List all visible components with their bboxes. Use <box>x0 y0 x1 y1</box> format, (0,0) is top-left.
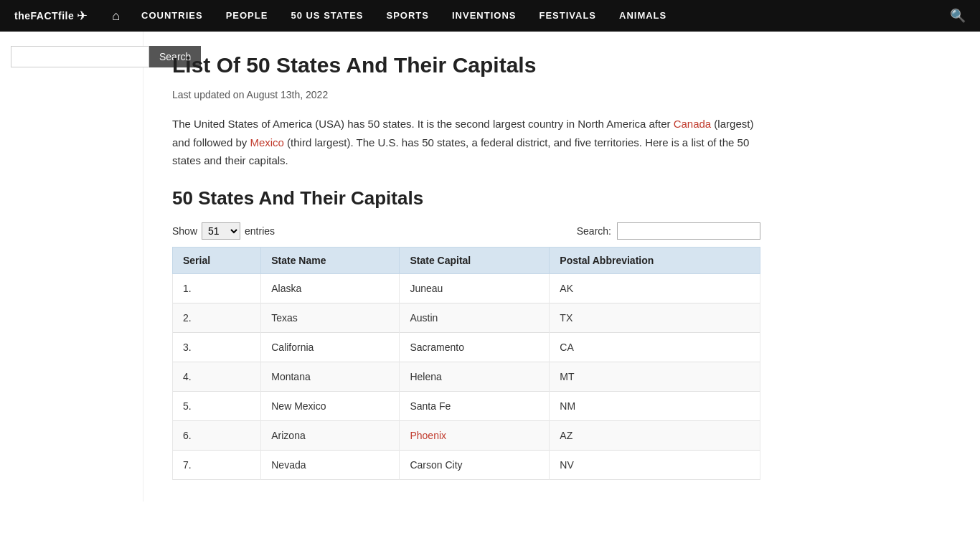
sidebar-search-form: Search <box>11 46 132 67</box>
page-title: List Of 50 States And Their Capitals <box>172 53 760 77</box>
col-header-state-capital: State Capital <box>400 247 550 273</box>
search-icon[interactable]: 🔍 <box>950 8 966 24</box>
show-label: Show <box>172 225 197 237</box>
cell-serial: 1. <box>173 273 261 303</box>
home-icon[interactable]: ⌂ <box>112 9 120 24</box>
col-header-postal-abbr: Postal Abbreviation <box>550 247 760 273</box>
table-controls: Show 51 10 25 50 100 entries Search: <box>172 222 760 240</box>
nav-item-animals[interactable]: ANIMALS <box>608 0 678 32</box>
cell-state-name: California <box>261 332 400 362</box>
cell-state-name: Texas <box>261 303 400 332</box>
cell-serial: 3. <box>173 332 261 362</box>
col-header-serial: Serial <box>173 247 261 273</box>
cell-capital: Sacramento <box>400 332 550 362</box>
table-search-area: Search: <box>577 222 760 240</box>
table-row: 4.MontanaHelenaMT <box>173 362 760 391</box>
cell-state-name: Arizona <box>261 420 400 450</box>
nav-item-festivals[interactable]: FESTIVALS <box>527 0 608 32</box>
cell-serial: 7. <box>173 450 261 479</box>
cell-serial: 6. <box>173 420 261 450</box>
cell-abbr: CA <box>550 332 760 362</box>
entries-label: entries <box>245 225 275 237</box>
search-input[interactable] <box>11 46 149 67</box>
last-updated: Last updated on August 13th, 2022 <box>172 89 760 100</box>
page-container: Search List Of 50 States And Their Capit… <box>0 32 980 501</box>
table-row: 6.ArizonaPhoenixAZ <box>173 420 760 450</box>
cell-serial: 2. <box>173 303 261 332</box>
cell-abbr: MT <box>550 362 760 391</box>
cell-state-name: Montana <box>261 362 400 391</box>
table-row: 3.CaliforniaSacramentoCA <box>173 332 760 362</box>
cell-state-name: New Mexico <box>261 391 400 420</box>
cell-capital: Helena <box>400 362 550 391</box>
main-content: List Of 50 States And Their Capitals Las… <box>143 32 789 501</box>
logo-icon: ✈ <box>77 8 88 24</box>
table-row: 1.AlaskaJuneauAK <box>173 273 760 303</box>
cell-capital: Carson City <box>400 450 550 479</box>
nav-item-50-us-states[interactable]: 50 US STATES <box>279 0 374 32</box>
table-row: 5.New MexicoSanta FeNM <box>173 391 760 420</box>
cell-abbr: NM <box>550 391 760 420</box>
sidebar: Search <box>0 32 143 501</box>
capital-link[interactable]: Phoenix <box>410 430 446 441</box>
navbar: theFACTfile ✈ ⌂ COUNTRIES PEOPLE 50 US S… <box>0 0 980 32</box>
site-logo[interactable]: theFACTfile ✈ <box>14 8 88 24</box>
cell-capital: Juneau <box>400 273 550 303</box>
table-search-input[interactable] <box>617 222 760 240</box>
col-header-state-name: State Name <box>261 247 400 273</box>
cell-abbr: NV <box>550 450 760 479</box>
cell-serial: 4. <box>173 362 261 391</box>
cell-abbr: AZ <box>550 420 760 450</box>
mexico-link[interactable]: Mexico <box>250 136 284 149</box>
states-table: Serial State Name State Capital Postal A… <box>172 247 760 480</box>
section-title: 50 States And Their Capitals <box>172 187 760 209</box>
cell-serial: 5. <box>173 391 261 420</box>
cell-state-name: Alaska <box>261 273 400 303</box>
nav-item-sports[interactable]: SPORTS <box>375 0 440 32</box>
cell-abbr: TX <box>550 303 760 332</box>
table-header-row: Serial State Name State Capital Postal A… <box>173 247 760 273</box>
cell-abbr: AK <box>550 273 760 303</box>
cell-capital: Santa Fe <box>400 391 550 420</box>
nav-item-inventions[interactable]: INVENTIONS <box>440 0 527 32</box>
cell-capital: Austin <box>400 303 550 332</box>
cell-capital[interactable]: Phoenix <box>400 420 550 450</box>
show-entries: Show 51 10 25 50 100 entries <box>172 222 275 240</box>
canada-link[interactable]: Canada <box>674 118 712 130</box>
intro-text: The United States of America (USA) has 5… <box>172 115 760 170</box>
search-label: Search: <box>577 225 611 237</box>
nav-links: COUNTRIES PEOPLE 50 US STATES SPORTS INV… <box>130 0 678 32</box>
table-row: 7.NevadaCarson CityNV <box>173 450 760 479</box>
logo-text: theFACTfile <box>14 10 74 22</box>
table-row: 2.TexasAustinTX <box>173 303 760 332</box>
cell-state-name: Nevada <box>261 450 400 479</box>
nav-item-countries[interactable]: COUNTRIES <box>130 0 215 32</box>
nav-item-people[interactable]: PEOPLE <box>215 0 280 32</box>
entries-select[interactable]: 51 10 25 50 100 <box>202 222 240 240</box>
